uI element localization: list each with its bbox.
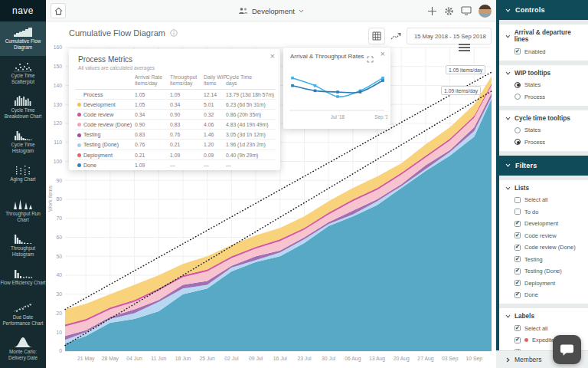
checkbox-to-do[interactable]: To do (514, 209, 583, 215)
metric-value: 4.83 (4d 19h 49m) (226, 122, 269, 127)
date-range-value: 15 May 2018 - 15 Sep 2018 (414, 33, 486, 40)
close-icon[interactable]: × (270, 51, 275, 61)
metric-value: 0.90 (135, 122, 145, 127)
checkbox-code-review-done-[interactable]: Code review (Done) (514, 244, 583, 251)
section-title-label: Arrival & departure lines (514, 29, 583, 43)
state-name: Code review (83, 112, 113, 118)
sidebar-item-label: Cycle Time Histogram (0, 142, 46, 153)
checkbox-select-all[interactable]: Select all (514, 196, 583, 203)
sidebar-item-cycle-time-breakdown-chart[interactable]: Cycle Time Breakdown Chart (0, 90, 46, 125)
svg-text:60: 60 (56, 235, 62, 240)
add-button[interactable] (427, 6, 437, 16)
checkbox-control (514, 197, 521, 203)
metric-value: 1.05 (135, 92, 145, 97)
display-button[interactable] (461, 6, 472, 15)
svg-text:50: 50 (56, 254, 62, 259)
chevron-right-icon (506, 357, 510, 363)
checkbox-development[interactable]: Development (514, 220, 583, 227)
sidebar-item-label: Cycle Time Breakdown Chart (0, 107, 46, 119)
section-title[interactable]: Lists (505, 185, 583, 192)
table-row: Done1.09--------- (75, 160, 276, 170)
option-label: To do (524, 209, 538, 215)
chart-view-button[interactable] (387, 28, 404, 44)
sidebar-item-cumulative-flow-diagram[interactable]: Cumulative Flow Diagram (0, 21, 46, 56)
state-color-dot (77, 113, 81, 117)
state-color-dot (77, 133, 81, 137)
svg-text:18 Jun: 18 Jun (175, 356, 191, 361)
sidebar-item-label: Cumulative Flow Diagram (0, 38, 46, 50)
state-name: Process (83, 92, 103, 98)
process-metrics-title: Process Metrics (78, 55, 132, 64)
process-metrics-panel: Process Metrics All values are calculate… (69, 49, 280, 170)
sidebar-item-throughput-histogram[interactable]: Throughput Histogram (0, 228, 46, 263)
chart-nav-list: Cumulative Flow DiagramCycle Time Scatte… (0, 21, 46, 366)
state-name: Development (83, 102, 116, 108)
checkbox-testing[interactable]: Testing (514, 256, 583, 263)
section-title[interactable]: Labels (505, 313, 583, 320)
chart-menu-button[interactable] (459, 44, 470, 52)
sidebar-item-flow-efficiency-chart[interactable]: Flow Efficiency Chart (0, 263, 46, 297)
svg-text:25 Jun: 25 Jun (199, 356, 215, 361)
svg-text:30 Jul: 30 Jul (322, 356, 336, 361)
checkbox-enabled[interactable]: Enabled (514, 48, 583, 55)
option-label: Code review (524, 232, 557, 239)
settings-button[interactable] (444, 6, 454, 16)
table-row: Code review (Done)0.900.834.064.83 (4d 1… (75, 120, 276, 130)
metric-value: 3.05 (3d 1h 12m) (226, 132, 266, 137)
checkbox-code-review[interactable]: Code review (514, 232, 583, 239)
svg-text:110: 110 (54, 140, 62, 145)
filters-accordion-header[interactable]: Filters (496, 156, 588, 176)
rates-mini-chart[interactable]: Jul '18Sep '18 (286, 64, 387, 124)
svg-text:100: 100 (54, 159, 63, 164)
close-icon[interactable]: × (381, 49, 385, 58)
checkbox-deployment[interactable]: Deployment (514, 280, 583, 287)
sidebar-item-aging-chart[interactable]: Aging Chart (0, 159, 46, 194)
svg-text:11 Jun: 11 Jun (151, 356, 166, 361)
section-title-label: Cycle time tooltips (514, 115, 570, 122)
chevron-down-icon (505, 8, 511, 12)
sidebar-item-monte-carlo-delivery-date[interactable]: Monte Carlo: Delivery Date (0, 332, 46, 366)
svg-text:21 May: 21 May (77, 356, 95, 362)
svg-text:Sep '18: Sep '18 (374, 114, 387, 120)
sidebar-item-throughput-run-chart[interactable]: Throughput Run Chart (0, 194, 46, 228)
metric-value: --- (170, 163, 175, 168)
sidebar-item-due-date-performance-chart[interactable]: Due Date Performance Chart (0, 297, 46, 332)
sidebar-item-cycle-time-scatterplot[interactable]: Cycle Time Scatterplot (0, 56, 46, 90)
section-title[interactable]: WIP tooltips (505, 70, 583, 77)
team-icon (238, 7, 248, 15)
metric-value: 0.83 (135, 132, 145, 137)
table-row: Code review0.340.900.320.86 (20h 35m) (75, 110, 276, 120)
checkbox-control (514, 221, 521, 227)
svg-text:02 Jul: 02 Jul (224, 356, 239, 361)
checkbox-done[interactable]: Done (514, 291, 583, 298)
controls-accordion-header[interactable]: Controls (496, 0, 588, 20)
svg-text:0: 0 (59, 348, 62, 353)
radio-process[interactable]: Process (514, 139, 583, 146)
checkbox-control (514, 48, 521, 54)
gear-icon (444, 6, 454, 16)
process-metrics-subtitle: All values are calculated averages (78, 65, 155, 71)
avatar[interactable] (479, 5, 492, 18)
section-title[interactable]: Arrival & departure lines (505, 29, 583, 43)
checkbox-testing-done-[interactable]: Testing (Done) (514, 268, 583, 274)
chat-button[interactable] (553, 335, 581, 364)
table-row: Deployment0.211.090.090.40 (9h 29m) (75, 150, 276, 160)
metric-value: 4.06 (204, 122, 214, 127)
radio-process[interactable]: Process (514, 94, 583, 100)
section-title-label: WIP tooltips (514, 70, 550, 77)
sidebar-item-cycle-time-histogram[interactable]: Cycle Time Histogram (0, 125, 46, 159)
grid-icon (372, 31, 381, 41)
section-title[interactable]: Cycle time tooltips (505, 115, 583, 122)
svg-text:Work items: Work items (47, 186, 53, 212)
info-icon[interactable] (170, 29, 178, 37)
arrival-rate-annotation: 1.05 items/day (446, 65, 485, 74)
table-view-button[interactable] (368, 28, 385, 44)
radio-states[interactable]: States (514, 127, 583, 133)
radio-states[interactable]: States (514, 81, 583, 88)
chevron-down-icon (505, 186, 511, 190)
checkbox-select-all[interactable]: Select all (514, 325, 583, 332)
checkbox-control (514, 280, 521, 286)
date-range-picker[interactable]: 15 May 2018 - 15 Sep 2018 (407, 28, 492, 44)
board-name: Development (252, 7, 295, 15)
svg-text:150: 150 (54, 64, 63, 69)
